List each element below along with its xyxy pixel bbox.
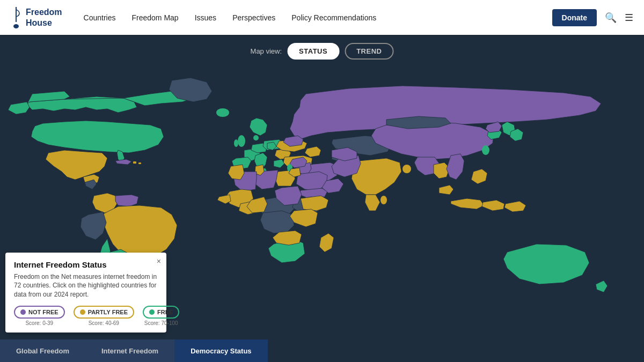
legend-close-button[interactable]: × [157,257,161,265]
map-view-label: Map view: [251,47,282,55]
legend-partly-free: PARTLY FREE Score: 40-69 [74,306,134,326]
tab-internet-freedom[interactable]: Internet Freedom [85,339,174,362]
free-dot [149,309,155,315]
legend-not-free: NOT FREE Score: 0-39 [14,306,65,326]
hamburger-menu-icon[interactable]: ☰ [625,12,633,24]
legend-title: Internet Freedom Status [14,260,158,269]
taiwan[interactable] [482,145,489,155]
tab-global-freedom[interactable]: Global Freedom [0,339,85,362]
map-container: Map view: STATUS TREND [0,35,644,362]
svg-rect-2 [133,161,136,164]
nav-freedom-map[interactable]: Freedom Map [132,13,179,22]
map-view-toggle: Map view: STATUS TREND [251,43,394,60]
partly-free-badge[interactable]: PARTLY FREE [74,306,134,319]
legend-items: NOT FREE Score: 0-39 PARTLY FREE Score: … [14,306,158,326]
bangladesh[interactable] [402,165,411,173]
svg-point-5 [234,139,238,147]
svg-point-6 [253,135,259,141]
svg-point-4 [238,135,245,147]
search-icon[interactable]: 🔍 [605,12,617,24]
nav-issues[interactable]: Issues [195,13,216,22]
logo-text: Freedom House [26,7,62,27]
logo[interactable]: Freedom House [11,6,62,29]
header-right: Donate 🔍 ☰ [552,9,633,26]
trend-toggle-button[interactable]: TREND [345,43,393,60]
nav-policy[interactable]: Policy Recommendations [291,13,376,22]
not-free-badge[interactable]: NOT FREE [14,306,65,319]
nav-countries[interactable]: Countries [84,13,116,22]
free-badge[interactable]: FREE [143,306,179,319]
tab-democracy-status[interactable]: Democracy Status [174,339,267,362]
legend-free: FREE Score: 70-100 [143,306,179,326]
main-nav: Countries Freedom Map Issues Perspective… [84,13,552,22]
legend-description: Freedom on the Net measures internet fre… [14,272,158,299]
legend-box: × Internet Freedom Status Freedom on the… [5,253,166,333]
header: Freedom House Countries Freedom Map Issu… [0,0,644,35]
iceland[interactable] [216,108,229,117]
not-free-dot [20,309,26,315]
donate-button[interactable]: Donate [552,9,597,26]
bottom-tabs: Global Freedom Internet Freedom Democrac… [0,339,644,362]
svg-rect-3 [138,162,141,164]
status-toggle-button[interactable]: STATUS [287,43,339,60]
logo-icon [11,6,21,29]
partly-free-dot [80,309,85,315]
nav-perspectives[interactable]: Perspectives [232,13,275,22]
sri-lanka[interactable] [380,196,387,204]
svg-point-0 [13,24,19,28]
